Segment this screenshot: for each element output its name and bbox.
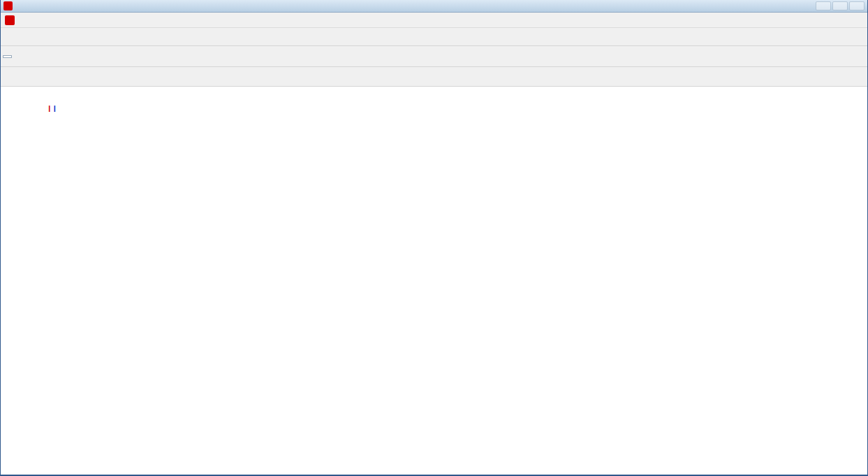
kline-chart-svg[interactable] xyxy=(1,98,867,475)
menu-bar xyxy=(1,13,867,28)
period-selector[interactable] xyxy=(3,55,12,58)
chart-region: ❙❙ xyxy=(1,87,867,475)
app-window: ❙❙ xyxy=(0,0,868,476)
app-logo-icon xyxy=(3,1,13,10)
title-bar xyxy=(1,0,867,13)
main-toolbar xyxy=(1,28,867,46)
window-controls xyxy=(816,1,865,10)
draw-toolbar xyxy=(1,67,867,87)
tools-toolbar xyxy=(1,46,867,67)
close-button[interactable] xyxy=(849,1,865,10)
maximize-button[interactable] xyxy=(832,1,848,10)
candle-pair-icon: ❙❙ xyxy=(47,105,57,113)
date-axis xyxy=(1,87,867,98)
menu-logo-icon xyxy=(5,15,15,25)
overlay-toggle[interactable]: ❙❙ xyxy=(47,103,59,113)
minimize-button[interactable] xyxy=(816,1,831,10)
signal-lines xyxy=(207,103,214,112)
